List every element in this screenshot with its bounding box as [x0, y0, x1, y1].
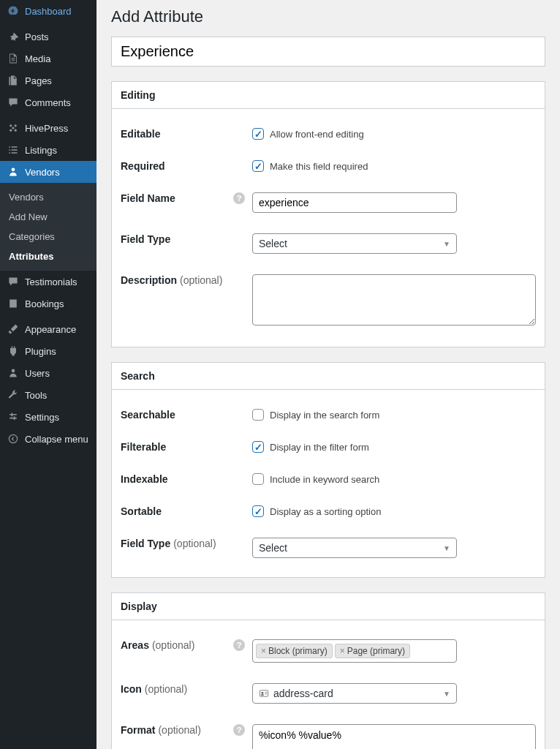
- sidebar-item-posts[interactable]: Posts: [0, 26, 97, 48]
- areas-input[interactable]: ×Block (primary) ×Page (primary): [252, 639, 457, 663]
- sidebar-label: Users: [25, 368, 50, 379]
- field-name-input[interactable]: [252, 192, 457, 213]
- sidebar-label: Comments: [25, 97, 71, 108]
- areas-label: Areas: [121, 639, 149, 651]
- chevron-down-icon: ▼: [443, 544, 450, 552]
- search-field-type-label: Field Type: [121, 538, 170, 549]
- sidebar-item-users[interactable]: Users: [0, 362, 97, 384]
- list-icon: [6, 144, 20, 156]
- optional-label: (optional): [158, 724, 200, 736]
- sidebar-item-collapse[interactable]: Collapse menu: [0, 428, 97, 450]
- format-textarea[interactable]: [252, 724, 536, 749]
- user-icon: [6, 166, 20, 178]
- required-checkbox[interactable]: [252, 160, 264, 172]
- sidebar-item-media[interactable]: Media: [0, 48, 97, 69]
- sidebar-label: Dashboard: [25, 6, 72, 17]
- wrench-icon: [6, 389, 20, 401]
- submenu-vendors[interactable]: Vendors: [0, 187, 97, 207]
- sidebar-label: Testimonials: [25, 276, 77, 287]
- icon-label: Icon: [121, 683, 142, 695]
- search-box: Search Searchable Display in the search …: [111, 362, 545, 578]
- vendors-submenu: Vendors Add New Categories Attributes: [0, 183, 97, 271]
- field-type-select[interactable]: Select▼: [252, 233, 457, 254]
- plugin-icon: [6, 345, 20, 357]
- optional-label: (optional): [145, 683, 187, 695]
- field-name-label: Field Name: [121, 192, 175, 204]
- sidebar-item-appearance[interactable]: Appearance: [0, 318, 97, 340]
- help-icon[interactable]: ?: [233, 639, 245, 651]
- sidebar-item-plugins[interactable]: Plugins: [0, 340, 97, 362]
- svg-point-2: [10, 129, 12, 132]
- editing-heading: Editing: [112, 82, 545, 109]
- icon-select[interactable]: address-card▼: [252, 683, 457, 704]
- submenu-attributes[interactable]: Attributes: [0, 246, 97, 266]
- editable-text: Allow front-end editing: [270, 129, 364, 140]
- svg-point-3: [15, 129, 17, 132]
- collapse-icon: [6, 433, 20, 445]
- sidebar-item-hivepress[interactable]: HivePress: [0, 117, 97, 139]
- filterable-checkbox[interactable]: [252, 441, 264, 453]
- help-icon[interactable]: ?: [233, 724, 245, 736]
- dashboard-icon: [6, 5, 20, 17]
- optional-label: (optional): [180, 274, 222, 286]
- sidebar-label: HivePress: [25, 123, 68, 134]
- required-label: Required: [121, 160, 165, 172]
- filterable-text: Display in the filter form: [270, 442, 369, 453]
- indexable-text: Include in keyword search: [270, 474, 379, 485]
- sortable-checkbox[interactable]: [252, 505, 264, 517]
- admin-sidebar: Dashboard Posts Media Pages Comments Hiv…: [0, 0, 97, 749]
- optional-label: (optional): [152, 639, 194, 651]
- sidebar-item-dashboard[interactable]: Dashboard: [0, 0, 97, 22]
- sidebar-label: Media: [25, 53, 50, 64]
- calendar-icon: [6, 298, 20, 309]
- submenu-add-new[interactable]: Add New: [0, 207, 97, 227]
- required-text: Make this field required: [270, 161, 368, 172]
- sidebar-label: Pages: [25, 75, 52, 86]
- remove-tag-icon[interactable]: ×: [340, 646, 345, 656]
- sidebar-item-testimonials[interactable]: Testimonials: [0, 271, 97, 293]
- help-icon[interactable]: ?: [233, 192, 245, 204]
- sidebar-item-tools[interactable]: Tools: [0, 384, 97, 406]
- search-field-type-select[interactable]: Select▼: [252, 538, 457, 558]
- description-label: Description: [121, 274, 177, 286]
- page-icon: [6, 75, 20, 86]
- area-tag[interactable]: ×Block (primary): [256, 644, 333, 658]
- searchable-checkbox[interactable]: [252, 409, 264, 421]
- brush-icon: [6, 323, 20, 335]
- sidebar-item-listings[interactable]: Listings: [0, 139, 97, 161]
- sidebar-label: Bookings: [25, 298, 64, 309]
- area-tag[interactable]: ×Page (primary): [335, 644, 410, 658]
- sortable-label: Sortable: [121, 505, 162, 517]
- address-card-icon: [259, 688, 269, 699]
- svg-point-0: [10, 124, 12, 127]
- description-textarea[interactable]: [252, 274, 536, 325]
- svg-point-7: [262, 692, 264, 694]
- user-icon: [6, 367, 20, 379]
- sidebar-label: Appearance: [25, 324, 76, 335]
- sidebar-label: Posts: [25, 31, 49, 42]
- indexable-checkbox[interactable]: [252, 473, 264, 485]
- sidebar-item-settings[interactable]: Settings: [0, 406, 97, 428]
- editable-checkbox[interactable]: [252, 128, 264, 140]
- sidebar-item-comments[interactable]: Comments: [0, 91, 97, 113]
- svg-rect-6: [260, 690, 268, 696]
- svg-point-4: [12, 127, 14, 129]
- sidebar-item-pages[interactable]: Pages: [0, 69, 97, 91]
- search-heading: Search: [112, 363, 545, 390]
- pin-icon: [6, 31, 20, 42]
- display-box: Display Areas (optional)? ×Block (primar…: [111, 592, 545, 749]
- sidebar-item-bookings[interactable]: Bookings: [0, 293, 97, 315]
- remove-tag-icon[interactable]: ×: [261, 646, 266, 656]
- indexable-label: Indexable: [121, 473, 168, 485]
- svg-point-1: [15, 124, 17, 127]
- field-type-label: Field Type: [121, 233, 170, 245]
- submenu-categories[interactable]: Categories: [0, 227, 97, 246]
- comment-icon: [6, 97, 20, 108]
- sidebar-label: Collapse menu: [25, 434, 88, 445]
- editing-box: Editing Editable Allow front-end editing…: [111, 81, 545, 347]
- testimonial-icon: [6, 276, 20, 287]
- editable-label: Editable: [121, 128, 160, 140]
- attribute-name-input[interactable]: [111, 37, 545, 67]
- sidebar-item-vendors[interactable]: Vendors: [0, 161, 97, 183]
- filterable-label: Filterable: [121, 441, 166, 453]
